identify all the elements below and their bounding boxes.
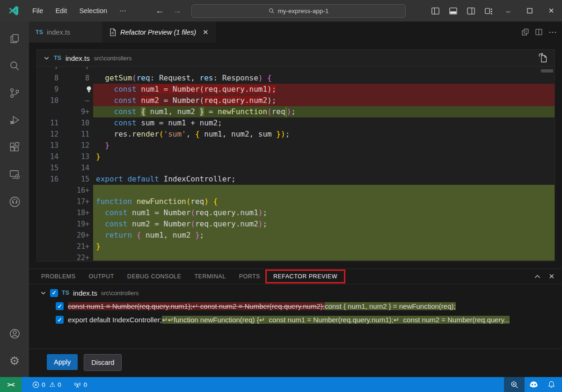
open-changes-icon[interactable]	[521, 28, 529, 36]
modified-line-number: 18+	[65, 207, 93, 218]
toggle-sidebar-icon[interactable]	[426, 0, 444, 22]
apply-button[interactable]: Apply	[47, 354, 78, 370]
original-line-number	[37, 196, 65, 207]
search-sidebar-icon[interactable]	[0, 52, 29, 80]
tab-ports[interactable]: PORTS	[233, 269, 267, 284]
back-button[interactable]: ←	[155, 6, 164, 16]
editor-scrollbar[interactable]	[541, 69, 553, 73]
panel-maximize-icon[interactable]	[534, 273, 541, 280]
extensions-icon[interactable]	[0, 134, 29, 161]
tab-refactor-preview[interactable]: Refactor Preview (1 files) ✕	[102, 22, 216, 43]
command-center-search[interactable]: my-express-app-1	[191, 4, 406, 18]
run-debug-icon[interactable]	[0, 107, 29, 134]
split-editor-icon[interactable]	[535, 28, 543, 36]
code-line: 16+	[37, 185, 555, 196]
code-text: const num1 = Number(req.query.num1);	[93, 207, 555, 218]
tab-index-ts[interactable]: TS index.ts	[29, 22, 102, 43]
tab-refactor-preview-panel[interactable]: REFACTOR PREVIEW	[267, 269, 344, 284]
code-text: getSum(req: Request, res: Response) {	[93, 73, 555, 84]
original-line-number: 15	[37, 162, 65, 174]
diff-file-name: index.ts	[66, 54, 90, 62]
tab-problems[interactable]: PROBLEMS	[35, 269, 82, 284]
modified-line-number: 21+	[65, 241, 93, 252]
code-line: 9 const num1 = Number(req.query.num1);	[37, 84, 555, 95]
panel-divider	[29, 348, 562, 349]
editor-tab-bar: TS index.ts Refactor Preview (1 files) ✕…	[29, 22, 562, 43]
menu-edit[interactable]: Edit	[49, 4, 73, 18]
code-text: }	[93, 140, 555, 151]
close-window-button[interactable]: ✕	[540, 0, 562, 22]
toggle-panel-icon[interactable]	[444, 0, 462, 22]
modified-line-number: 7	[65, 67, 93, 73]
settings-gear-icon[interactable]: ⚙	[0, 347, 29, 374]
code-text	[93, 67, 555, 73]
explorer-icon[interactable]	[0, 25, 29, 52]
refactor-preview-file-icon	[109, 28, 117, 36]
modified-line-number: 15	[65, 174, 93, 185]
copilot-status-item[interactable]	[525, 377, 542, 392]
maximize-button[interactable]	[519, 0, 540, 22]
ports-status[interactable]: 0	[69, 377, 92, 392]
code-text: }	[93, 241, 555, 252]
remote-indicator[interactable]: ><	[0, 377, 22, 392]
diff-file-header: TS index.ts src\controllers	[37, 50, 555, 67]
code-text: return { num1, num2 };	[93, 230, 555, 241]
original-line-number	[37, 207, 65, 218]
toggle-secondary-sidebar-icon[interactable]	[462, 0, 480, 22]
original-line-number	[37, 185, 65, 196]
diff-editor-code[interactable]: 7788 getSum(req: Request, res: Response)…	[37, 67, 555, 261]
original-line-number: 13	[37, 140, 65, 151]
original-line-number	[37, 252, 65, 261]
problems-status[interactable]: 0 ⚠ 0	[28, 377, 66, 392]
notifications-bell-item[interactable]	[542, 377, 560, 392]
zoom-status-item[interactable]	[504, 377, 525, 392]
source-control-icon[interactable]	[0, 80, 29, 107]
menu-selection[interactable]: Selection	[73, 4, 113, 18]
code-line: 1514	[37, 162, 555, 174]
refactor-change-row[interactable]: ✓const num1 = Number(req.query.num1);↵ c…	[29, 299, 562, 313]
lightbulb-icon[interactable]	[86, 86, 92, 94]
discard-button[interactable]: Discard	[84, 354, 122, 371]
original-line-number	[37, 230, 65, 241]
forward-button[interactable]: →	[173, 6, 182, 16]
chevron-down-icon[interactable]	[44, 55, 50, 61]
modified-line-number: 8	[65, 73, 93, 84]
modified-line-number: 9+	[65, 106, 93, 117]
panel-tab-bar: PROBLEMS OUTPUT DEBUG CONSOLE TERMINAL P…	[29, 269, 562, 284]
tab-debug-console[interactable]: DEBUG CONSOLE	[121, 269, 188, 284]
tab-close-icon[interactable]: ✕	[203, 28, 209, 36]
file-checkbox[interactable]: ✓	[50, 289, 58, 297]
github-icon[interactable]	[0, 188, 29, 215]
change-checkbox[interactable]: ✓	[56, 316, 64, 324]
code-text	[93, 185, 555, 196]
code-line: 17+function newFunction(req) {	[37, 196, 555, 207]
menu-file[interactable]: File	[26, 4, 49, 18]
copilot-icon	[529, 380, 539, 389]
modified-line-number: 10	[65, 117, 93, 129]
code-line: 1110 const sum = num1 + num2;	[37, 117, 555, 129]
original-line-number: 12	[37, 129, 65, 140]
original-line-number: 8	[37, 73, 65, 84]
code-line: 1615export default IndexController;	[37, 174, 555, 185]
minimize-button[interactable]: –	[497, 0, 519, 22]
code-line: 1312 }	[37, 140, 555, 151]
refactor-file-row[interactable]: ✓ TS index.ts src\controllers	[29, 286, 562, 299]
refactor-change-row[interactable]: ✓export default IndexController;↵↵functi…	[29, 313, 562, 327]
menu-overflow[interactable]: ⋯	[113, 4, 132, 18]
tab-output[interactable]: OUTPUT	[82, 269, 120, 284]
change-checkbox[interactable]: ✓	[56, 302, 64, 310]
status-bar: >< 0 ⚠ 0 0	[0, 377, 562, 392]
remote-explorer-icon[interactable]	[0, 161, 29, 188]
tab-terminal[interactable]: TERMINAL	[188, 269, 232, 284]
open-file-icon[interactable]	[538, 52, 548, 64]
chevron-down-icon[interactable]	[40, 290, 46, 296]
more-actions-icon[interactable]: ⋯	[548, 27, 557, 37]
bell-icon	[547, 380, 555, 389]
accounts-icon[interactable]	[0, 320, 29, 347]
customize-layout-icon[interactable]	[480, 0, 497, 22]
code-text: const num1 = Number(req.query.num1);	[93, 84, 555, 95]
modified-line-number: 17+	[65, 196, 93, 207]
panel-close-icon[interactable]: ✕	[548, 272, 555, 281]
original-line-number: 10	[37, 95, 65, 106]
search-value: my-express-app-1	[278, 7, 329, 15]
